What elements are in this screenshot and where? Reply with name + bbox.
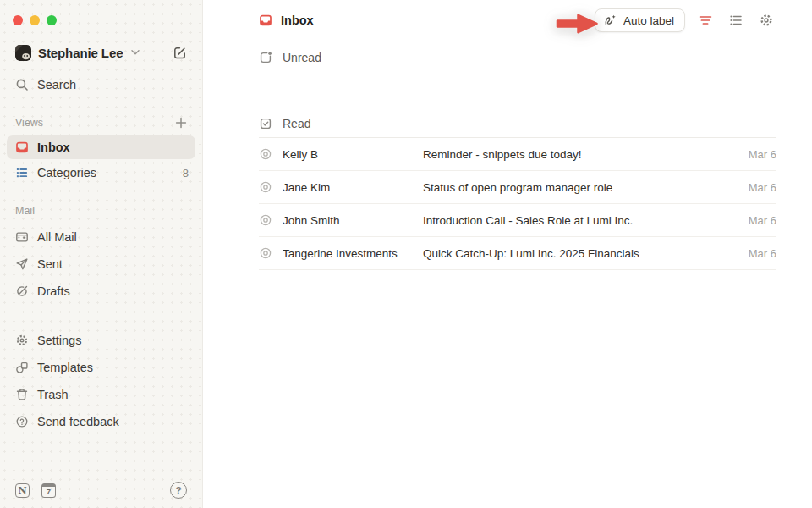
email-row[interactable]: John Smith Introduction Call - Sales Rol… [259, 204, 776, 237]
email-date: Mar 6 [749, 247, 776, 260]
email-subject: Reminder - snippets due today! [423, 148, 749, 161]
account-switcher[interactable]: Stephanie Lee [15, 41, 189, 64]
sidebar-item-trash[interactable]: Trash [7, 381, 195, 408]
sidebar: Stephanie Lee Search Views [0, 0, 203, 508]
unread-icon [259, 51, 272, 64]
gear-icon [759, 13, 774, 28]
search-label: Search [37, 78, 76, 91]
sidebar-item-label: Drafts [37, 284, 70, 298]
email-row[interactable]: Jane Kim Status of open program manager … [259, 171, 776, 204]
email-subject: Introduction Call - Sales Role at Lumi I… [423, 214, 749, 227]
send-icon [15, 257, 29, 271]
drafts-icon [15, 284, 29, 298]
read-status-icon[interactable] [259, 246, 272, 260]
mail-section-header: Mail [0, 203, 202, 218]
email-row[interactable]: Tangerine Investments Quick Catch-Up: Lu… [259, 237, 776, 270]
sidebar-item-templates[interactable]: Templates [7, 354, 195, 381]
views-section-header: Views [0, 115, 202, 130]
settings-button[interactable] [756, 10, 776, 30]
email-date: Mar 6 [749, 214, 776, 227]
read-checkbox-icon [259, 117, 272, 130]
sidebar-footer: N 7 ? [0, 472, 202, 508]
avatar [15, 45, 31, 61]
list-view-button[interactable] [726, 10, 746, 30]
chevron-down-icon [131, 50, 140, 55]
sidebar-item-label: Templates [37, 361, 93, 374]
inbox-pane: Inbox Auto label [203, 0, 812, 508]
plus-icon [174, 116, 188, 130]
compose-icon [173, 46, 187, 60]
page-title: Inbox [281, 14, 314, 27]
account-name: Stephanie Lee [38, 46, 123, 60]
sidebar-item-label: Settings [37, 334, 81, 347]
sidebar-item-label: All Mail [37, 230, 77, 244]
help-button[interactable]: ? [170, 482, 187, 499]
filter-button[interactable] [695, 10, 716, 30]
sidebar-item-drafts[interactable]: Drafts [7, 278, 195, 305]
mail-list: All Mail Sent Drafts [0, 224, 202, 305]
sidebar-item-label: Categories [37, 166, 96, 179]
mail-app-window: Stephanie Lee Search Views [0, 0, 812, 508]
email-subject: Quick Catch-Up: Lumi Inc. 2025 Financial… [423, 247, 749, 260]
compose-button[interactable] [170, 43, 189, 62]
close-window-button[interactable] [13, 15, 23, 25]
read-status-icon[interactable] [259, 213, 272, 227]
search-icon [15, 78, 29, 91]
inbox-icon [15, 141, 29, 154]
email-row[interactable]: Kelly B Reminder - snippets due today! M… [259, 138, 776, 171]
calendar-app-icon[interactable]: 7 [41, 483, 56, 498]
auto-label-button[interactable]: Auto label [595, 8, 685, 32]
inbox-header: Inbox Auto label [203, 0, 812, 41]
help-glyph: ? [175, 485, 181, 495]
all-mail-icon [15, 230, 29, 244]
read-status-icon[interactable] [259, 180, 272, 194]
sidebar-item-categories[interactable]: Categories 8 [7, 161, 195, 185]
annotation-arrow-icon [554, 9, 600, 41]
sidebar-item-label: Trash [37, 388, 69, 401]
categories-count-badge: 8 [183, 167, 189, 179]
email-date: Mar 6 [749, 148, 776, 161]
views-list: Inbox Categories 8 [0, 135, 202, 185]
sidebar-item-sent[interactable]: Sent [7, 251, 195, 278]
read-label: Read [283, 117, 310, 130]
views-heading: Views [15, 117, 43, 129]
add-view-button[interactable] [172, 113, 190, 132]
window-controls [0, 0, 202, 25]
email-sender: Jane Kim [283, 181, 423, 194]
gear-icon [15, 334, 29, 347]
zoom-window-button[interactable] [47, 15, 57, 25]
email-list: Unread Read Kelly B Reminder - snippets … [259, 41, 776, 270]
filter-icon [698, 13, 713, 28]
calendar-day: 7 [47, 488, 51, 496]
sidebar-item-label: Send feedback [37, 415, 119, 428]
sidebar-item-label: Inbox [37, 141, 70, 154]
notion-app-icon[interactable]: N [15, 483, 30, 498]
sidebar-item-search[interactable]: Search [0, 73, 202, 97]
unread-label: Unread [283, 51, 321, 64]
email-sender: John Smith [283, 214, 423, 227]
sidebar-item-send-feedback[interactable]: Send feedback [7, 408, 195, 435]
sidebar-item-settings[interactable]: Settings [7, 327, 195, 354]
read-status-icon[interactable] [259, 147, 272, 161]
email-date: Mar 6 [749, 181, 776, 194]
minimize-window-button[interactable] [30, 15, 40, 25]
trash-icon [15, 388, 29, 401]
unread-section-header[interactable]: Unread [259, 41, 776, 75]
sidebar-item-inbox[interactable]: Inbox [7, 135, 195, 159]
auto-label-sparkle-icon [603, 14, 617, 28]
inbox-icon [259, 14, 272, 27]
mail-heading: Mail [15, 205, 35, 217]
sidebar-item-label: Sent [37, 257, 63, 271]
categories-icon [15, 166, 29, 179]
email-sender: Tangerine Investments [283, 247, 423, 260]
question-circle-icon [15, 415, 29, 428]
list-icon [728, 13, 743, 28]
notion-glyph: N [18, 486, 26, 495]
auto-label-text: Auto label [623, 14, 674, 27]
email-subject: Status of open program manager role [423, 181, 749, 194]
email-sender: Kelly B [283, 148, 423, 161]
tools-list: Settings Templates Trash [0, 327, 202, 435]
read-section-header[interactable]: Read [259, 109, 776, 138]
templates-icon [15, 361, 29, 374]
sidebar-item-all-mail[interactable]: All Mail [7, 224, 195, 251]
